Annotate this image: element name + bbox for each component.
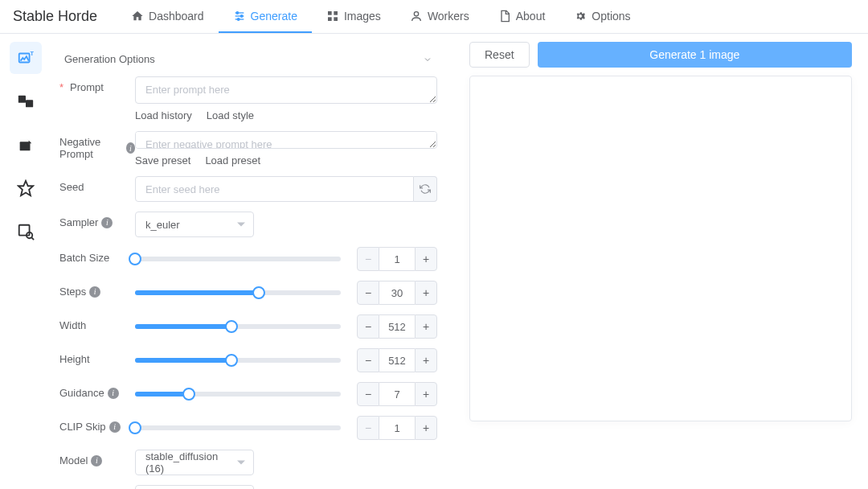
label-height: Height	[59, 348, 135, 365]
step-decrement[interactable]: −	[357, 382, 379, 406]
step-increment[interactable]: +	[415, 382, 437, 406]
model-select[interactable]: stable_diffusion (16)	[135, 450, 254, 475]
section-title: Generation Options	[64, 53, 155, 65]
label-sampler: Sampleri	[59, 212, 135, 228]
load-preset-link[interactable]: Load preset	[205, 154, 260, 166]
seed-input[interactable]	[135, 176, 414, 202]
info-icon[interactable]: i	[89, 286, 100, 298]
clip-skip-slider[interactable]	[135, 425, 341, 430]
svg-rect-7	[334, 11, 338, 15]
steps-slider[interactable]	[135, 290, 341, 295]
step-decrement[interactable]: −	[357, 416, 379, 440]
nav-generate[interactable]: Generate	[219, 0, 312, 33]
options-panel: Generation Options *Prompt Load history …	[59, 42, 437, 473]
step-decrement[interactable]: −	[357, 314, 379, 339]
step-increment[interactable]: +	[415, 314, 437, 339]
svg-rect-15	[20, 142, 31, 150]
side-nav: T	[0, 34, 51, 489]
options-collapse-header[interactable]: Generation Options	[59, 42, 437, 76]
info-icon[interactable]: i	[91, 455, 102, 466]
guidance-value[interactable]	[379, 382, 415, 406]
row-post-processors: Post-processorsi Select	[59, 485, 437, 489]
step-decrement[interactable]: −	[357, 281, 379, 305]
svg-text:T: T	[31, 50, 35, 57]
step-increment[interactable]: +	[415, 247, 437, 271]
preview-canvas	[469, 76, 852, 421]
row-seed: Seed	[59, 176, 437, 202]
step-increment[interactable]: +	[415, 281, 437, 305]
row-height: Height −+	[59, 348, 437, 372]
svg-rect-8	[328, 17, 332, 21]
width-stepper[interactable]: −+	[357, 314, 437, 339]
reset-button[interactable]: Reset	[469, 42, 530, 68]
nav-dashboard[interactable]: Dashboard	[117, 0, 219, 33]
side-txt2img[interactable]: T	[10, 42, 42, 74]
side-interrogate[interactable]	[10, 216, 42, 248]
image-search-icon	[17, 223, 35, 240]
prompt-input[interactable]	[135, 76, 437, 104]
refresh-icon	[420, 183, 431, 195]
label-guidance: Guidancei	[59, 382, 135, 399]
save-preset-link[interactable]: Save preset	[135, 154, 190, 166]
generate-button[interactable]: Generate 1 image	[538, 42, 852, 68]
step-increment[interactable]: +	[415, 348, 437, 372]
load-style-link[interactable]: Load style	[207, 109, 254, 121]
step-decrement[interactable]: −	[357, 247, 379, 271]
label-width: Width	[59, 314, 135, 331]
step-decrement[interactable]: −	[357, 348, 379, 372]
height-stepper[interactable]: −+	[357, 348, 437, 372]
post-processors-select[interactable]: Select	[135, 485, 254, 489]
svg-point-3	[236, 11, 239, 14]
clip-skip-value[interactable]	[379, 416, 415, 440]
sliders-icon	[233, 10, 246, 23]
negative-prompt-input[interactable]	[135, 131, 437, 149]
top-nav: Dashboard Generate Images Workers About …	[117, 0, 645, 33]
width-value[interactable]	[379, 314, 415, 339]
steps-value[interactable]	[379, 281, 415, 305]
side-rate[interactable]	[10, 172, 42, 204]
width-slider[interactable]	[135, 324, 341, 329]
step-increment[interactable]: +	[415, 416, 437, 440]
steps-stepper[interactable]: −+	[357, 281, 437, 305]
guidance-stepper[interactable]: −+	[357, 382, 437, 406]
svg-point-10	[414, 11, 418, 15]
side-img2img[interactable]	[10, 85, 42, 117]
info-icon[interactable]: i	[101, 217, 113, 228]
sampler-select[interactable]: k_euler	[135, 212, 254, 237]
height-value[interactable]	[379, 348, 415, 372]
batch-size-value[interactable]	[379, 247, 415, 271]
label-prompt: *Prompt	[59, 76, 135, 93]
clip-skip-stepper[interactable]: −+	[357, 416, 437, 440]
batch-size-slider[interactable]	[135, 257, 341, 261]
nav-label: Workers	[428, 10, 469, 23]
batch-size-stepper[interactable]: −+	[357, 247, 437, 271]
svg-point-4	[240, 14, 243, 17]
nav-about[interactable]: About	[484, 0, 560, 33]
nav-label: Images	[344, 10, 381, 23]
info-icon[interactable]: i	[108, 388, 119, 399]
nav-images[interactable]: Images	[312, 0, 395, 33]
row-guidance: Guidancei −+	[59, 382, 437, 406]
guidance-slider[interactable]	[135, 392, 341, 397]
nav-options[interactable]: Options	[559, 0, 645, 33]
height-slider[interactable]	[135, 358, 341, 363]
row-steps: Stepsi −+	[59, 281, 437, 305]
star-icon	[17, 179, 35, 197]
nav-workers[interactable]: Workers	[395, 0, 484, 33]
nav-label: Generate	[251, 10, 297, 23]
randomize-seed-button[interactable]	[414, 176, 437, 202]
label-clip-skip: CLIP Skipi	[59, 416, 135, 433]
row-width: Width −+	[59, 314, 437, 339]
top-bar: Stable Horde Dashboard Generate Images W…	[0, 0, 868, 34]
nav-label: Options	[592, 10, 630, 23]
nav-label: About	[516, 10, 546, 23]
svg-rect-13	[18, 96, 26, 103]
info-icon[interactable]: i	[126, 142, 135, 154]
side-inpaint[interactable]	[10, 129, 42, 161]
brand-title: Stable Horde	[13, 8, 97, 25]
load-history-link[interactable]: Load history	[135, 109, 192, 121]
row-model: Modeli stable_diffusion (16)	[59, 450, 437, 475]
gear-icon	[574, 10, 587, 23]
info-icon[interactable]: i	[109, 421, 121, 433]
main-content: Generation Options *Prompt Load history …	[51, 34, 868, 489]
